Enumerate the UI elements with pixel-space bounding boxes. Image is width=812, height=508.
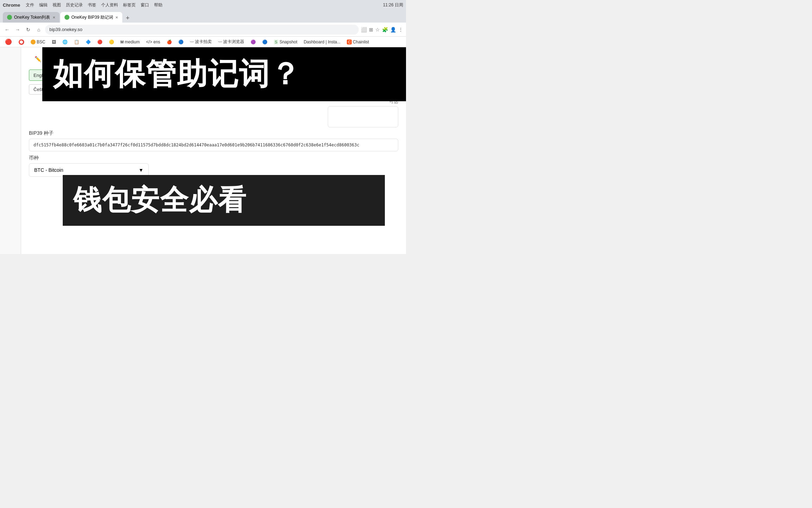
bip39-section: BIP39 种子 dfc5157fb4e88c0fe6603a01c7b0fa3…	[29, 130, 398, 151]
os-right-icons: 11:26 日周	[383, 2, 403, 8]
back-button[interactable]: ←	[3, 25, 11, 34]
bookmark-icon4[interactable]: 🔷	[84, 39, 93, 45]
menu-bookmarks[interactable]: 书签	[88, 2, 96, 8]
forward-button[interactable]: →	[13, 25, 22, 34]
bookmark-icon2[interactable]: 🌐	[60, 39, 70, 45]
optional-textarea[interactable]	[328, 106, 398, 127]
tab-token-list[interactable]: OneKey Token列表 ✕	[3, 12, 60, 23]
tab-close-2[interactable]: ✕	[115, 16, 118, 19]
os-title-bar: Chrome 文件 编辑 视图 历史记录 书签 个人资料 标签页 窗口 帮助 1…	[0, 0, 406, 10]
overlay-bottom: 钱包安全必看	[63, 175, 385, 226]
bookmark-icon5[interactable]: 🔴	[95, 39, 105, 45]
tab-favicon-2	[64, 15, 69, 20]
menu-profile[interactable]: 个人资料	[101, 2, 118, 8]
address-bar-icons: ⬜ ⊞ ☆ 🧩 👤 ⋮	[361, 27, 403, 32]
url-input[interactable]	[45, 25, 359, 35]
reload-button[interactable]: ↻	[24, 25, 32, 34]
overlay-bottom-text: 钱包安全必看	[73, 184, 247, 216]
optional-section: 可选	[29, 98, 398, 127]
tab-favicon-1	[7, 15, 12, 20]
bookmark-icon10[interactable]: 🔵	[260, 39, 270, 45]
bookmark-snapshot[interactable]: S Snapshot	[272, 39, 300, 45]
optional-label-container: 可选	[328, 98, 398, 127]
bookmark-poka2[interactable]: 〰 波卡浏览器	[216, 38, 246, 46]
bookmark-chainlist[interactable]: C Chainlist	[345, 39, 371, 45]
tab-bar: OneKey Token列表 ✕ OneKey BIP39 助记词 ✕ +	[0, 10, 406, 23]
overlay-top-text: 如何保管助记词？	[53, 57, 301, 91]
menu-file[interactable]: 文件	[26, 2, 34, 8]
tab-bip39[interactable]: OneKey BIP39 助记词 ✕	[60, 12, 123, 23]
bookmark-icon6[interactable]: 🟡	[107, 39, 116, 45]
address-bar: ← → ↻ ⌂ ⬜ ⊞ ☆ 🧩 👤 ⋮	[0, 23, 406, 37]
bookmark-icon7[interactable]: 🍎	[165, 39, 174, 45]
sidebar	[0, 47, 21, 254]
bookmark-icon3[interactable]: 📋	[72, 39, 81, 45]
extension-icon[interactable]: 🧩	[382, 27, 388, 32]
bookmark-circle-red[interactable]: 🔴	[3, 38, 14, 46]
bookmark-bsc[interactable]: BSC	[29, 39, 48, 45]
main-content: ✏️ 助记词 12 个单词 ▼ ↻ 生成	[21, 47, 406, 254]
star-icon[interactable]: ☆	[375, 27, 380, 32]
tab-label-2: OneKey BIP39 助记词	[72, 14, 113, 20]
currency-dropdown-arrow: ▼	[139, 167, 143, 173]
bookmarks-bar: 🔴 ⭕ BSC 🖼 🌐 📋 🔷 🔴 🟡 M medium </> ens 🍎 🔵…	[0, 37, 406, 47]
bookmark-icon9[interactable]: 🟣	[248, 39, 258, 45]
home-button[interactable]: ⌂	[35, 25, 43, 34]
menu-edit[interactable]: 编辑	[39, 2, 48, 8]
menu-bar: 文件 编辑 视图 历史记录 书签 个人资料 标签页 窗口 帮助	[26, 2, 162, 8]
menu-view[interactable]: 视图	[53, 2, 61, 8]
menu-tabs[interactable]: 标签页	[123, 2, 136, 8]
menu-history[interactable]: 历史记录	[66, 2, 83, 8]
bip39-value: dfc5157fb4e88c0fe6603a01c7b0fa3477f26cf0…	[29, 139, 398, 151]
tab-label-1: OneKey Token列表	[14, 14, 50, 20]
menu-dots[interactable]: ⋮	[398, 27, 403, 32]
new-tab-button[interactable]: +	[123, 13, 132, 23]
page-content: ✏️ 助记词 12 个单词 ▼ ↻ 生成	[0, 47, 406, 254]
menu-help[interactable]: 帮助	[154, 2, 162, 8]
bookmark-circle-yellow[interactable]: ⭕	[16, 38, 26, 46]
currency-label: 币种	[29, 155, 398, 161]
bookmark-icon1[interactable]: 🖼	[50, 39, 58, 45]
profile-icon[interactable]: 👤	[390, 27, 396, 32]
bookmark-icon8[interactable]: 🔵	[176, 39, 186, 45]
tab-close-1[interactable]: ✕	[53, 16, 55, 19]
pen-icon: ✏️	[35, 56, 42, 62]
bookmark-dashboard[interactable]: Dashboard | Insta...	[302, 39, 343, 45]
menu-window[interactable]: 窗口	[141, 2, 149, 8]
currency-section: 币种 BTC - Bitcoin ▼	[29, 155, 398, 177]
inner-layout: ✏️ 助记词 12 个单词 ▼ ↻ 生成	[21, 47, 406, 254]
bookmark-poka1[interactable]: 〰 波卡拍卖	[188, 38, 214, 46]
bookmark-ens[interactable]: </> ens	[144, 39, 162, 45]
currency-value: BTC - Bitcoin	[34, 167, 63, 173]
time-display: 11:26 日周	[383, 2, 403, 8]
overlay-top: 如何保管助记词？	[42, 47, 406, 101]
grid-icon[interactable]: ⊞	[369, 27, 373, 32]
bip39-label: BIP39 种子	[29, 130, 398, 137]
screen-cast-icon[interactable]: ⬜	[361, 27, 367, 32]
browser-name: Chrome	[3, 2, 20, 8]
bookmark-medium[interactable]: M medium	[118, 39, 142, 45]
